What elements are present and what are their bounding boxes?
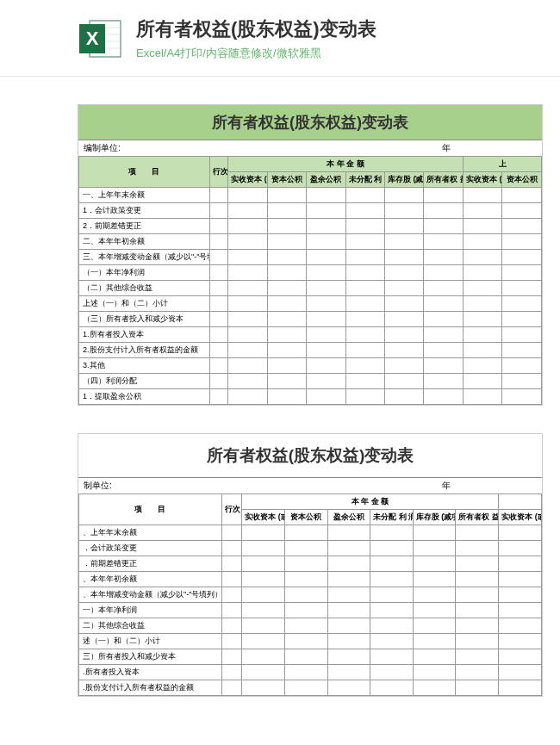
row-label: 、本年增减变动金额（减少以"-"号填列） bbox=[79, 587, 222, 603]
table-row: 、上年年末余额 bbox=[79, 525, 542, 541]
page-title: 所有者权益(股东权益)变动表 bbox=[136, 16, 543, 42]
th-item: 项 目 bbox=[79, 157, 210, 188]
cell bbox=[307, 203, 345, 219]
cell bbox=[424, 312, 464, 327]
row-label: （一）本年净利润 bbox=[79, 265, 210, 281]
cell bbox=[242, 649, 285, 665]
cell bbox=[370, 680, 414, 696]
cell bbox=[456, 649, 499, 665]
cell bbox=[413, 525, 456, 541]
row-num bbox=[209, 343, 228, 358]
th-c3: 盈余公积 bbox=[307, 172, 345, 188]
table-row: 二、本年年初余额 bbox=[79, 234, 542, 250]
cell bbox=[284, 634, 327, 649]
cell bbox=[456, 603, 499, 618]
th-group-2: 本 年 金 额 bbox=[242, 494, 499, 510]
th2-c1: 实收资本 (或股本) bbox=[242, 510, 285, 525]
cell bbox=[307, 358, 345, 374]
cell bbox=[267, 203, 306, 219]
th-group-right: 上 bbox=[464, 157, 542, 172]
cell bbox=[502, 203, 542, 219]
cell bbox=[242, 618, 285, 634]
info-row-2: 制单位: 年 bbox=[78, 478, 542, 494]
table-row: 、本年年初余额 bbox=[79, 572, 542, 587]
cell bbox=[464, 281, 502, 296]
row-num bbox=[209, 250, 228, 265]
cell bbox=[413, 603, 456, 618]
row-label: .所有者投入资本 bbox=[79, 665, 222, 680]
row-num bbox=[209, 234, 228, 250]
row-num bbox=[209, 296, 228, 312]
cell bbox=[413, 587, 456, 603]
year-label: 年 bbox=[442, 142, 451, 154]
cell bbox=[228, 250, 267, 265]
table-row: 上述（一）和（二）小计 bbox=[79, 296, 542, 312]
cell bbox=[345, 219, 384, 234]
cell bbox=[284, 556, 327, 572]
cell bbox=[499, 572, 542, 587]
equity-table: 项 目 行次 本 年 金 额 上 实收资本 (或股本) 资本公积 盈余公积 未分… bbox=[78, 156, 542, 405]
row-label: 二、本年年初余额 bbox=[79, 234, 210, 250]
cell bbox=[502, 296, 542, 312]
cell bbox=[242, 572, 285, 587]
cell bbox=[464, 389, 502, 405]
row-num bbox=[221, 634, 242, 649]
cell bbox=[456, 680, 499, 696]
row-num bbox=[221, 649, 242, 665]
cell bbox=[327, 649, 370, 665]
cell bbox=[413, 618, 456, 634]
cell bbox=[345, 296, 384, 312]
row-label: 三）所有者投入和减少资本 bbox=[79, 649, 222, 665]
preview-white: 所有者权益(股东权益)变动表 制单位: 年 项 目 行次 本 年 金 额 实收资… bbox=[78, 433, 543, 697]
cell bbox=[327, 587, 370, 603]
cell bbox=[502, 358, 542, 374]
th-num: 行次 bbox=[209, 157, 228, 188]
cell bbox=[242, 525, 285, 541]
table-row: 1．提取盈余公积 bbox=[79, 389, 542, 405]
cell bbox=[242, 587, 285, 603]
cell bbox=[370, 665, 414, 680]
cell bbox=[456, 634, 499, 649]
cell bbox=[345, 343, 384, 358]
cell bbox=[424, 389, 464, 405]
cell bbox=[267, 327, 306, 343]
row-label: .股份支付计入所有者权益的金额 bbox=[79, 680, 222, 696]
unit-label: 编制单位: bbox=[84, 142, 121, 154]
cell bbox=[499, 634, 542, 649]
cell bbox=[464, 234, 502, 250]
cell bbox=[464, 219, 502, 234]
table-row: 三）所有者投入和减少资本 bbox=[79, 649, 542, 665]
cell bbox=[307, 389, 345, 405]
cell bbox=[456, 556, 499, 572]
cell bbox=[385, 234, 424, 250]
cell bbox=[456, 587, 499, 603]
cell bbox=[424, 203, 464, 219]
row-num bbox=[209, 281, 228, 296]
th2-c4: 未分配 利 润 bbox=[370, 510, 414, 525]
cell bbox=[267, 219, 306, 234]
cell bbox=[502, 374, 542, 389]
table-row: 1．会计政策变更 bbox=[79, 203, 542, 219]
row-num bbox=[221, 618, 242, 634]
cell bbox=[370, 556, 414, 572]
cell bbox=[464, 343, 502, 358]
cell bbox=[502, 281, 542, 296]
th-c1: 实收资本 (或股本) bbox=[228, 172, 267, 188]
page-subtitle: Excel/A4打印/内容随意修改/微软雅黑 bbox=[136, 46, 543, 61]
cell bbox=[345, 203, 384, 219]
cell bbox=[267, 188, 306, 203]
table-row: .股份支付计入所有者权益的金额 bbox=[79, 680, 542, 696]
cell bbox=[464, 358, 502, 374]
cell bbox=[327, 556, 370, 572]
cell bbox=[502, 188, 542, 203]
header-text: 所有者权益(股东权益)变动表 Excel/A4打印/内容随意修改/微软雅黑 bbox=[136, 16, 543, 61]
th2-c6: 所有者权 益 合计 bbox=[456, 510, 499, 525]
th-blank bbox=[499, 494, 542, 510]
cell bbox=[345, 358, 384, 374]
table-row: （三）所有者投入和减少资本 bbox=[79, 312, 542, 327]
row-num bbox=[209, 358, 228, 374]
row-num bbox=[221, 541, 242, 556]
cell bbox=[370, 525, 414, 541]
cell bbox=[456, 525, 499, 541]
table-row: （一）本年净利润 bbox=[79, 265, 542, 281]
